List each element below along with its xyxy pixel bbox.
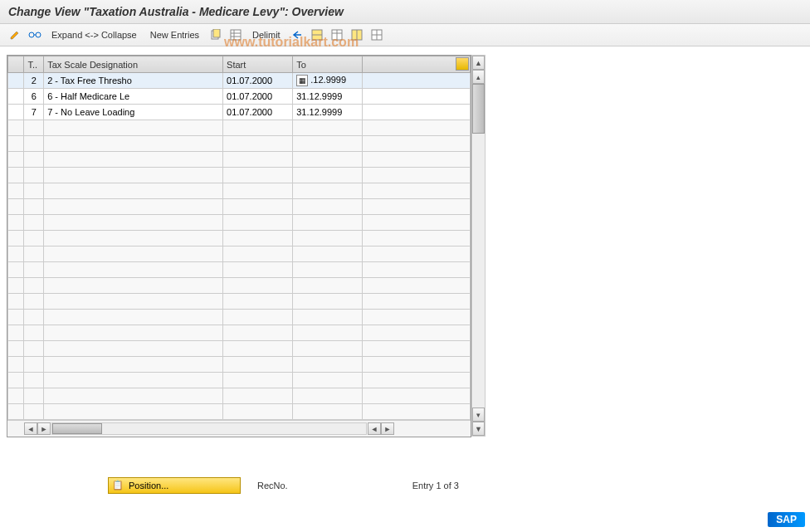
row-selector[interactable]: [8, 373, 24, 388]
cell-empty[interactable]: [24, 294, 44, 310]
row-selector[interactable]: [8, 388, 24, 404]
hscroll-track[interactable]: [51, 422, 367, 435]
cell-designation[interactable]: 7 - No Leave Loading: [44, 105, 223, 120]
copy-icon[interactable]: [207, 27, 224, 42]
cell-empty[interactable]: [293, 152, 363, 168]
cell-empty[interactable]: [293, 357, 363, 373]
cell-designation[interactable]: 6 - Half Medicare Le: [44, 89, 223, 105]
cell-empty[interactable]: [293, 168, 363, 183]
cell-empty[interactable]: [223, 341, 293, 357]
cell-empty[interactable]: [24, 388, 44, 404]
cell-empty[interactable]: [293, 373, 363, 388]
cell-empty[interactable]: [44, 215, 223, 231]
row-selector[interactable]: [8, 404, 24, 420]
col-header-t[interactable]: T..: [24, 56, 44, 73]
vscroll-down-button[interactable]: ▼: [472, 422, 485, 436]
vscroll-down-step-button[interactable]: ▾: [472, 408, 485, 422]
cell-empty[interactable]: [44, 183, 223, 199]
row-selector[interactable]: [8, 199, 24, 215]
cell-empty[interactable]: [24, 120, 44, 136]
cell-to[interactable]: 31.12.9999: [293, 89, 363, 105]
cell-empty[interactable]: [223, 120, 293, 136]
row-selector[interactable]: [8, 310, 24, 325]
cell-empty[interactable]: [223, 294, 293, 310]
cell-empty[interactable]: [223, 325, 293, 341]
row-selector[interactable]: [8, 357, 24, 373]
cell-empty[interactable]: [293, 278, 363, 294]
cell-empty[interactable]: [223, 310, 293, 325]
cell-empty[interactable]: [24, 262, 44, 278]
cell-empty[interactable]: [24, 215, 44, 231]
cell-empty[interactable]: [24, 231, 44, 246]
cell-empty[interactable]: [24, 199, 44, 215]
row-selector[interactable]: [8, 341, 24, 357]
cell-empty[interactable]: [44, 262, 223, 278]
cell-empty[interactable]: [44, 341, 223, 357]
glasses-icon[interactable]: [27, 27, 43, 42]
expand-collapse-button[interactable]: Expand <-> Collapse: [46, 28, 142, 41]
cell-empty[interactable]: [223, 183, 293, 199]
grid-icon-2[interactable]: [329, 27, 345, 42]
col-header-to[interactable]: To: [293, 56, 363, 73]
cell-start[interactable]: 01.07.2000: [223, 73, 293, 89]
cell-empty[interactable]: [293, 231, 363, 246]
cell-empty[interactable]: [293, 262, 363, 278]
cell-empty[interactable]: [24, 183, 44, 199]
cell-empty[interactable]: [223, 231, 293, 246]
row-selector[interactable]: [8, 136, 24, 152]
pencil-toggle-icon[interactable]: [7, 27, 23, 42]
cell-empty[interactable]: [24, 357, 44, 373]
cell-empty[interactable]: [223, 215, 293, 231]
grid-icon-3[interactable]: [349, 27, 365, 42]
cell-empty[interactable]: [293, 294, 363, 310]
hscroll-right-button[interactable]: ►: [381, 422, 394, 435]
recno-input[interactable]: [305, 481, 346, 491]
vscroll-up-step-button[interactable]: ▴: [472, 70, 485, 84]
col-header-start[interactable]: Start: [223, 56, 293, 73]
cell-empty[interactable]: [293, 388, 363, 404]
grid-icon-1[interactable]: [309, 27, 325, 42]
row-selector[interactable]: [8, 120, 24, 136]
new-entries-button[interactable]: New Entries: [145, 28, 204, 41]
cell-empty[interactable]: [44, 278, 223, 294]
cell-empty[interactable]: [293, 310, 363, 325]
delimit-button[interactable]: Delimit: [247, 28, 285, 41]
cell-empty[interactable]: [24, 325, 44, 341]
cell-empty[interactable]: [223, 404, 293, 420]
cell-start[interactable]: 01.07.2000: [223, 89, 293, 105]
cell-empty[interactable]: [223, 246, 293, 262]
cell-empty[interactable]: [293, 246, 363, 262]
cell-empty[interactable]: [44, 357, 223, 373]
cell-empty[interactable]: [293, 183, 363, 199]
cell-empty[interactable]: [44, 168, 223, 183]
cell-empty[interactable]: [223, 373, 293, 388]
cell-empty[interactable]: [293, 199, 363, 215]
cell-to[interactable]: ▦ .12.9999: [293, 73, 363, 89]
hscroll-thumb[interactable]: [52, 423, 102, 434]
cell-empty[interactable]: [24, 310, 44, 325]
cell-empty[interactable]: [293, 341, 363, 357]
row-selector[interactable]: [8, 168, 24, 183]
cell-empty[interactable]: [223, 168, 293, 183]
cell-empty[interactable]: [24, 246, 44, 262]
cell-empty[interactable]: [24, 168, 44, 183]
grid-copy-icon[interactable]: [227, 27, 244, 42]
grid-icon-4[interactable]: [368, 27, 385, 42]
cell-empty[interactable]: [44, 199, 223, 215]
cell-empty[interactable]: [223, 199, 293, 215]
row-selector[interactable]: [8, 231, 24, 246]
cell-empty[interactable]: [44, 231, 223, 246]
cell-empty[interactable]: [24, 373, 44, 388]
cell-empty[interactable]: [293, 120, 363, 136]
row-selector[interactable]: [8, 278, 24, 294]
vscroll-thumb[interactable]: [472, 84, 485, 134]
vscroll-up-button[interactable]: ▲: [472, 56, 485, 70]
cell-empty[interactable]: [44, 325, 223, 341]
row-selector[interactable]: [8, 89, 24, 105]
cell-empty[interactable]: [44, 294, 223, 310]
cell-empty[interactable]: [44, 136, 223, 152]
row-selector[interactable]: [8, 262, 24, 278]
cell-empty[interactable]: [223, 136, 293, 152]
position-button[interactable]: Position...: [108, 477, 241, 494]
cell-to[interactable]: 31.12.9999: [293, 105, 363, 120]
